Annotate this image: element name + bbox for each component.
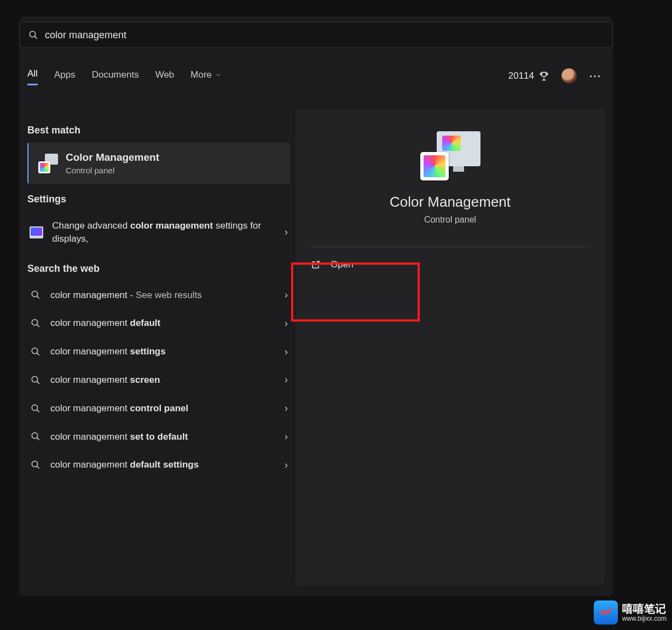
best-match-label: Best match: [27, 125, 290, 136]
chevron-right-icon: ›: [285, 346, 288, 358]
chevron-right-icon: ›: [285, 402, 288, 414]
web-result-6[interactable]: color management set to default ›: [27, 423, 290, 451]
svg-point-2: [32, 291, 38, 298]
display-icon: [30, 226, 43, 238]
best-match-title: Color Management: [66, 151, 159, 164]
chevron-down-icon: [215, 72, 222, 78]
search-icon: [28, 30, 38, 40]
web-result-2[interactable]: color management default ›: [27, 309, 290, 337]
search-web-label: Search the web: [27, 263, 290, 275]
svg-line-7: [37, 353, 39, 355]
svg-line-13: [37, 438, 39, 440]
chevron-right-icon: ›: [285, 459, 288, 471]
open-button[interactable]: Open: [296, 247, 605, 282]
svg-line-5: [37, 325, 39, 327]
svg-line-9: [37, 382, 39, 384]
watermark-logo-icon: [594, 600, 618, 625]
svg-point-12: [32, 433, 38, 439]
more-options[interactable]: ⋯: [589, 69, 602, 83]
color-management-large-icon: [420, 131, 480, 180]
search-icon: [30, 289, 42, 301]
svg-line-15: [37, 466, 39, 469]
tab-more[interactable]: More: [190, 69, 222, 85]
chevron-right-icon: ›: [285, 374, 288, 386]
svg-point-8: [32, 376, 38, 382]
search-icon: [30, 317, 42, 329]
web-result-7[interactable]: color management default settings ›: [27, 451, 290, 479]
color-management-icon: [38, 154, 58, 173]
web-result-5[interactable]: color management control panel ›: [27, 394, 290, 423]
svg-point-10: [32, 405, 38, 411]
user-avatar[interactable]: [561, 68, 577, 84]
settings-result-text: Change advanced color management setting…: [52, 219, 276, 246]
watermark-url: www.bijixx.com: [622, 615, 667, 622]
tab-web[interactable]: Web: [155, 69, 175, 85]
filter-tabs: All Apps Documents Web More: [27, 68, 222, 85]
settings-label: Settings: [27, 194, 290, 205]
svg-line-11: [37, 410, 39, 412]
chevron-right-icon: ›: [285, 431, 288, 442]
points-value: 20114: [508, 71, 534, 81]
detail-title: Color Management: [296, 194, 605, 211]
open-label: Open: [331, 259, 354, 270]
watermark-title: 嘻嘻笔记: [622, 603, 667, 615]
svg-point-4: [32, 320, 38, 326]
search-input[interactable]: [45, 30, 537, 41]
web-result-3[interactable]: color management settings ›: [27, 337, 290, 366]
open-icon: [311, 260, 321, 270]
search-icon: [30, 374, 42, 386]
web-result-1[interactable]: color management - See web results ›: [27, 281, 290, 310]
best-match-subtitle: Control panel: [66, 166, 159, 175]
chevron-right-icon: ›: [285, 226, 288, 238]
search-icon: [30, 402, 42, 415]
tab-documents[interactable]: Documents: [92, 69, 139, 85]
tab-all[interactable]: All: [27, 68, 38, 85]
chevron-right-icon: ›: [285, 289, 288, 301]
watermark: 嘻嘻笔记 www.bijixx.com: [594, 600, 667, 625]
web-result-4[interactable]: color management screen ›: [27, 366, 290, 394]
settings-result-1[interactable]: Change advanced color management setting…: [27, 212, 290, 253]
tab-more-label: More: [190, 69, 212, 80]
svg-point-6: [32, 348, 38, 354]
best-match-item[interactable]: Color Management Control panel: [27, 143, 290, 184]
search-bar[interactable]: [19, 22, 613, 48]
tab-apps[interactable]: Apps: [54, 69, 76, 85]
search-icon: [30, 459, 42, 471]
detail-subtitle: Control panel: [296, 215, 605, 225]
rewards-points[interactable]: 20114: [508, 71, 549, 81]
svg-line-3: [37, 296, 39, 299]
trophy-icon: [538, 71, 549, 81]
svg-point-0: [30, 31, 36, 37]
svg-line-1: [35, 37, 37, 39]
svg-point-14: [32, 462, 38, 468]
chevron-right-icon: ›: [285, 318, 288, 329]
search-icon: [30, 430, 42, 442]
search-icon: [30, 346, 42, 358]
result-detail-panel: Color Management Control panel Open: [296, 109, 605, 585]
